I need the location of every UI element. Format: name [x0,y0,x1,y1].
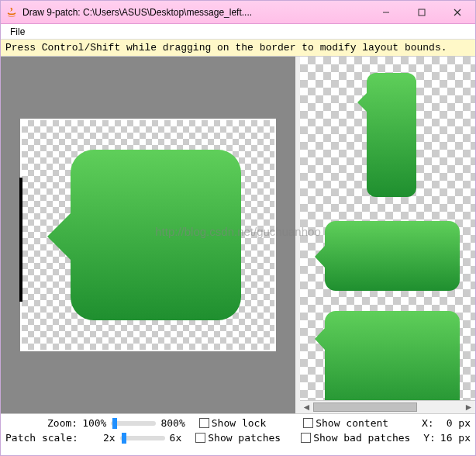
preview-both [314,307,461,413]
patch-scale-label: Patch scale: [5,432,78,444]
svg-rect-1 [419,9,425,16]
window-controls [368,1,475,23]
maximize-button[interactable] [404,1,440,23]
preview-horizontal [314,217,461,293]
coord-x-label: X: [422,417,434,429]
patch-max: 6x [170,432,182,444]
bubble-image [47,142,249,328]
preview-scrollbar-horizontal[interactable]: ◄ ► [300,400,475,413]
coord-y-label: Y: [423,432,436,444]
patch-marker-left[interactable] [19,178,22,302]
scroll-left-button[interactable]: ◄ [300,401,313,413]
patch-scale-slider[interactable] [120,436,165,440]
hint-bar: Press Control/Shift while dragging on th… [1,40,475,57]
show-lock-check[interactable]: Show lock [199,417,266,429]
close-button[interactable] [440,1,475,23]
patch-min: 2x [103,432,116,444]
preview-vertical [357,69,419,199]
java-icon [5,6,18,19]
window-title: Draw 9-patch: C:\Users\ASUS\Desktop\mess… [22,7,368,18]
scroll-thumb[interactable] [313,402,417,412]
zoom-slider[interactable] [111,421,156,426]
minimize-button[interactable] [368,1,404,23]
edit-canvas[interactable] [20,119,276,351]
coord-y-value: 16 px [440,432,471,444]
menu-file[interactable]: File [5,25,29,39]
scroll-right-button[interactable]: ► [462,401,475,413]
show-patches-check[interactable]: Show patches [195,432,281,444]
menubar: File [1,24,475,40]
show-content-check[interactable]: Show content [303,417,388,429]
titlebar: Draw 9-patch: C:\Users\ASUS\Desktop\mess… [1,1,475,24]
edit-panel[interactable] [1,57,295,413]
zoom-min: 100% [82,417,106,429]
zoom-label: Zoom: [47,417,78,429]
zoom-max: 800% [160,417,185,429]
workspace: ◄ ► [1,57,475,413]
scroll-track[interactable] [313,401,462,413]
show-bad-patches-check[interactable]: Show bad patches [301,432,410,444]
bottom-controls: Zoom: 100% 800% Show lock Show content X… [1,413,475,447]
coord-x-value: 0 px [447,417,471,429]
preview-panel: ◄ ► [300,57,475,413]
